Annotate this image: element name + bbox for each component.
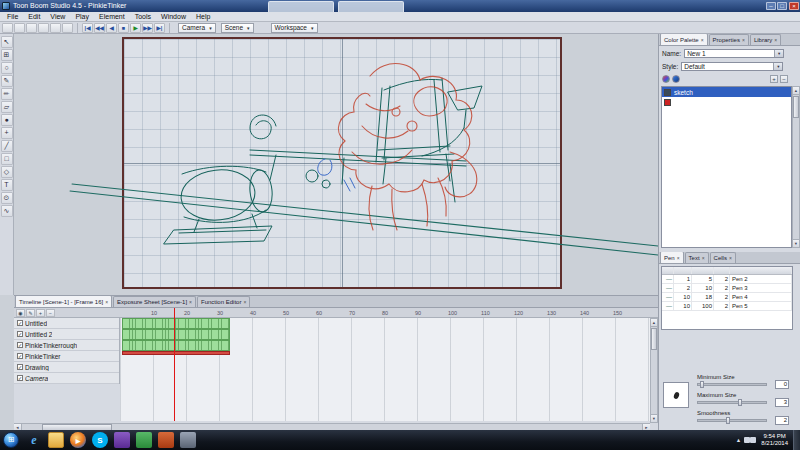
close-icon[interactable]: ×	[701, 37, 704, 43]
close-icon[interactable]: ×	[189, 299, 192, 305]
app-icon-2[interactable]	[136, 432, 152, 448]
chevron-down-icon[interactable]: ▾	[773, 63, 782, 70]
pen-style-row[interactable]: —2102Pen 3	[662, 284, 792, 293]
polygon-tool[interactable]: ◇	[1, 166, 13, 178]
pen-style-row[interactable]: —10182Pen 4	[662, 293, 792, 302]
layer-row-pinkietinker[interactable]: ✓PinkieTinker	[14, 351, 119, 362]
menu-edit[interactable]: Edit	[23, 13, 45, 20]
layer-checkbox[interactable]: ✓	[17, 342, 23, 348]
menu-tools[interactable]: Tools	[130, 13, 156, 20]
exposure-cells-red[interactable]	[122, 351, 230, 355]
palette-name-dropdown[interactable]: New 1 ▾	[684, 49, 784, 58]
layer-checkbox[interactable]: ✓	[17, 331, 23, 337]
copy-button[interactable]	[50, 23, 61, 33]
paste-button[interactable]	[62, 23, 73, 33]
skype-icon[interactable]: S	[92, 432, 108, 448]
open-button[interactable]	[14, 23, 25, 33]
slider-thumb[interactable]	[700, 381, 704, 388]
paint-tool[interactable]: ●	[1, 114, 13, 126]
lasso-tool[interactable]: ○	[1, 62, 13, 74]
remove-layer-button[interactable]: −	[46, 309, 55, 317]
exposure-cells[interactable]	[122, 340, 230, 351]
go-last-frame-button[interactable]: ▶|	[154, 23, 165, 33]
volume-icon[interactable]	[750, 437, 756, 443]
text-tool[interactable]: T	[1, 179, 13, 191]
close-icon[interactable]: ×	[702, 255, 705, 261]
frames-grid[interactable]	[120, 318, 650, 421]
menu-element[interactable]: Element	[94, 13, 130, 20]
smoothness-slider[interactable]	[697, 419, 767, 422]
maximum-size-value-box[interactable]: 3	[775, 398, 789, 407]
app-icon-1[interactable]	[114, 432, 130, 448]
add-color-button[interactable]: +	[770, 75, 778, 83]
layer-checkbox[interactable]: ✓	[17, 320, 23, 326]
layer-row-camera[interactable]: ✓Camera	[14, 373, 119, 384]
layer-row-drawing[interactable]: ✓Drawing	[14, 362, 119, 373]
layer-checkbox[interactable]: ✓	[17, 364, 23, 370]
chevron-down-icon[interactable]: ▾	[774, 50, 783, 57]
internet-explorer-icon[interactable]: e	[26, 432, 42, 448]
select-tool[interactable]: ↖	[1, 36, 13, 48]
pencil-tool[interactable]: ✎	[1, 75, 13, 87]
menu-file[interactable]: File	[2, 13, 23, 20]
scene-dropdown[interactable]: Scene ▾	[221, 23, 254, 33]
background-window-tab[interactable]	[338, 1, 404, 12]
exposure-cells[interactable]	[122, 318, 230, 329]
minimum-size-value-box[interactable]: 0	[775, 380, 789, 389]
pen-style-row[interactable]: —152Pen 2	[662, 275, 792, 284]
folder-explorer-icon[interactable]	[48, 432, 64, 448]
hand-tool[interactable]: ∿	[1, 205, 13, 217]
palette-tab-library[interactable]: Library×	[750, 34, 781, 45]
close-icon[interactable]: ×	[677, 255, 680, 261]
play-button[interactable]: ▶	[130, 23, 141, 33]
close-icon[interactable]: ×	[742, 37, 745, 43]
add-layer-button[interactable]: +	[36, 309, 45, 317]
app-icon-4[interactable]	[180, 432, 196, 448]
transform-tool[interactable]: ⊞	[1, 49, 13, 61]
scroll-down-icon[interactable]: ▾	[793, 239, 799, 247]
scroll-down-icon[interactable]: ▾	[651, 414, 657, 422]
timeline-tab-function-editor[interactable]: Function Editor×	[197, 296, 250, 307]
timeline-tab-exposure-sheet-scene-1[interactable]: Exposure Sheet [Scene-1]×	[113, 296, 196, 307]
brush-tool[interactable]: ✏	[1, 88, 13, 100]
line-tool[interactable]: ╱	[1, 140, 13, 152]
close-button[interactable]: ×	[789, 2, 799, 10]
exposure-cells[interactable]	[122, 329, 230, 340]
layer-checkbox[interactable]: ✓	[17, 353, 23, 359]
layer-row-untitled[interactable]: ✓Untitled	[14, 318, 119, 329]
zoom-tool[interactable]: ⊙	[1, 192, 13, 204]
palette-tab-color-palette[interactable]: Color Palette×	[660, 34, 708, 45]
stop-button[interactable]: ■	[118, 23, 129, 33]
pen-tab-pen[interactable]: Pen×	[660, 252, 684, 263]
scroll-up-icon[interactable]: ▴	[793, 87, 799, 95]
start-button[interactable]: ⊞	[3, 432, 19, 448]
minimum-size-slider[interactable]	[697, 383, 767, 386]
timeline-tab-timeline-scene-1-frame-16[interactable]: Timeline [Scene-1] - [Frame 16]×	[15, 296, 112, 307]
palette-style-dropdown[interactable]: Default ▾	[681, 62, 783, 71]
palette-color-row[interactable]	[662, 97, 791, 107]
palette-tab-properties[interactable]: Properties×	[709, 34, 749, 45]
menu-view[interactable]: View	[45, 13, 70, 20]
close-icon[interactable]: ×	[105, 299, 108, 305]
new-scene-button[interactable]	[2, 23, 13, 33]
rectangle-tool[interactable]: □	[1, 153, 13, 165]
app-icon-3[interactable]	[158, 432, 174, 448]
play-backward-button[interactable]: ◀	[106, 23, 117, 33]
pen-tab-text[interactable]: Text×	[685, 252, 709, 263]
close-icon[interactable]: ×	[774, 37, 777, 43]
camera-view-dropdown[interactable]: Camera ▾	[178, 23, 216, 33]
maximum-size-slider[interactable]	[697, 401, 767, 404]
gradient-icon[interactable]	[672, 75, 680, 83]
palette-color-row[interactable]: sketch	[662, 87, 791, 97]
layer-row-pinkietinkerrough[interactable]: ✓PinkieTinkerrough	[14, 340, 119, 351]
drawing-canvas[interactable]	[14, 34, 658, 295]
remove-color-button[interactable]: −	[780, 75, 788, 83]
menu-window[interactable]: Window	[156, 13, 191, 20]
background-window-tab[interactable]	[268, 1, 334, 12]
menu-play[interactable]: Play	[70, 13, 94, 20]
eraser-tool[interactable]: ▱	[1, 101, 13, 113]
layer-row-untitled-2[interactable]: ✓Untitled 2	[14, 329, 119, 340]
timeline-playhead[interactable]	[174, 308, 175, 421]
taskbar-clock[interactable]: 9:54 PM 8/21/2014	[761, 433, 788, 448]
minimize-button[interactable]: –	[766, 2, 776, 10]
